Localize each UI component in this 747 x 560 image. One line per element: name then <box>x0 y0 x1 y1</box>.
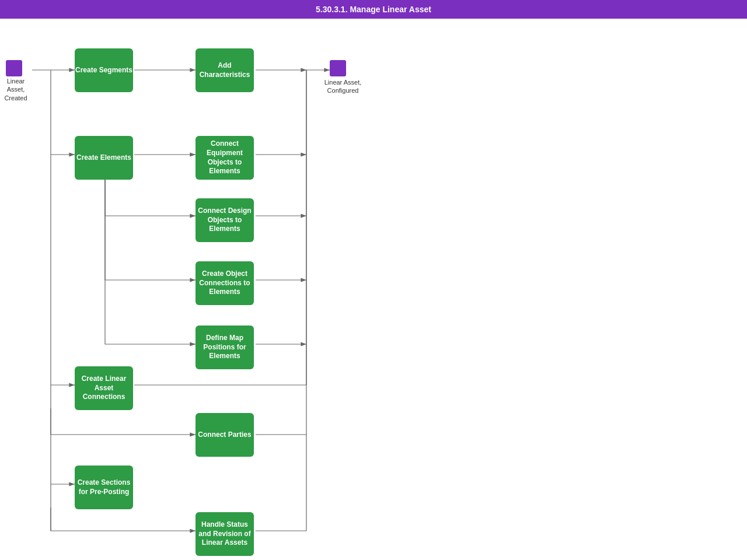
node-linear-asset-created <box>6 60 22 76</box>
title-bar: 5.30.3.1. Manage Linear Asset <box>0 0 747 19</box>
node-connect-equipment[interactable]: Connect Equipment Objects to Elements <box>196 136 254 180</box>
label-linear-asset-configured: Linear Asset, Configured <box>324 78 362 95</box>
node-add-characteristics[interactable]: Add Characteristics <box>196 48 254 92</box>
label-linear-asset-created: Linear Asset, Created <box>1 77 30 102</box>
node-create-sections[interactable]: Create Sections for Pre-Posting <box>75 466 133 509</box>
title-text: 5.30.3.1. Manage Linear Asset <box>316 5 431 14</box>
svg-line-11 <box>306 70 330 385</box>
node-create-elements[interactable]: Create Elements <box>75 136 133 180</box>
node-create-linear-asset[interactable]: Create Linear Asset Connections <box>75 366 133 410</box>
node-define-map-positions[interactable]: Define Map Positions for Elements <box>196 326 254 369</box>
node-create-segments[interactable]: Create Segments <box>75 48 133 92</box>
node-linear-asset-configured <box>330 60 346 76</box>
node-handle-status[interactable]: Handle Status and Revision of Linear Ass… <box>196 512 254 556</box>
node-connect-parties[interactable]: Connect Parties <box>196 413 254 457</box>
diagram-area: Linear Asset, Created Create Segments Ad… <box>0 23 747 560</box>
node-create-object-connections[interactable]: Create Object Connections to Elements <box>196 261 254 305</box>
node-connect-design[interactable]: Connect Design Objects to Elements <box>196 198 254 242</box>
